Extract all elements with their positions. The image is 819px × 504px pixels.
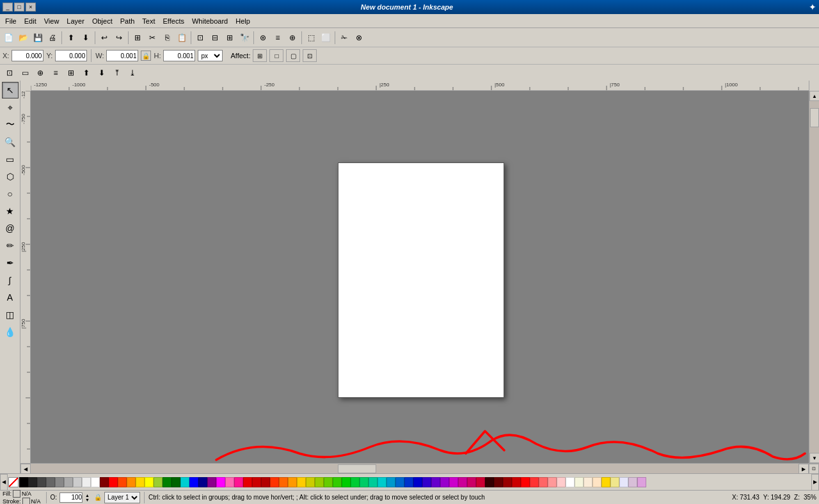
palette-swatch[interactable] (395, 477, 404, 487)
lower-bottom-button[interactable]: ⤓ (125, 66, 139, 80)
scroll-track-horizontal[interactable] (31, 464, 799, 473)
palette-swatch[interactable] (297, 477, 306, 487)
palette-swatch[interactable] (601, 477, 610, 487)
palette-swatch[interactable] (306, 477, 315, 487)
stroke-box[interactable] (22, 498, 30, 505)
raise-top-button[interactable]: ⤒ (110, 66, 124, 80)
fill-box[interactable] (13, 490, 20, 498)
opacity-spinners[interactable]: ▲ ▼ (85, 493, 91, 502)
opacity-up[interactable]: ▲ (85, 493, 91, 498)
palette-swatch[interactable] (136, 477, 145, 487)
selector-tool-button[interactable]: ↖ (2, 82, 19, 98)
snap-nodes[interactable]: ⊕ (33, 66, 47, 80)
minimize-button[interactable]: _ (3, 3, 13, 12)
palette-swatch[interactable] (28, 477, 37, 487)
palette-swatch[interactable] (386, 477, 395, 487)
star-tool-button[interactable]: ★ (2, 203, 19, 219)
ungroup-button[interactable]: ⬜ (319, 31, 333, 45)
palette-swatch[interactable] (413, 477, 422, 487)
affect-geometric[interactable]: ▢ (286, 49, 300, 62)
palette-swatch[interactable] (521, 477, 530, 487)
palette-swatch[interactable] (360, 477, 369, 487)
affect-move-only[interactable]: ⊡ (303, 49, 317, 62)
menu-view[interactable]: View (40, 16, 63, 26)
canvas-viewport[interactable] (31, 91, 809, 463)
palette-swatch[interactable] (592, 477, 601, 487)
palette-swatch[interactable] (342, 477, 351, 487)
palette-swatch[interactable] (566, 477, 575, 487)
affect-visual[interactable]: □ (269, 49, 283, 62)
palette-swatch[interactable] (207, 477, 216, 487)
menu-file[interactable]: File (1, 16, 20, 26)
palette-swatch[interactable] (485, 477, 494, 487)
palette-swatch[interactable] (46, 477, 55, 487)
palette-swatch[interactable] (619, 477, 628, 487)
palette-swatch[interactable] (270, 477, 279, 487)
ellipse-tool-button[interactable]: ○ (2, 185, 19, 202)
palette-swatch[interactable] (503, 477, 512, 487)
gradient-tool-button[interactable]: ◫ (2, 306, 19, 323)
snap-grid[interactable]: ⊞ (64, 66, 78, 80)
palette-swatch[interactable] (584, 477, 592, 487)
spiral-tool-button[interactable]: @ (2, 220, 19, 237)
menu-path[interactable]: Path (116, 16, 139, 26)
pencil-tool-button[interactable]: ✏ (2, 237, 19, 254)
text-tool-button[interactable]: A (2, 289, 19, 306)
palette-swatch[interactable] (288, 477, 297, 487)
dropper-tool-button[interactable]: 💧 (2, 324, 19, 340)
vertical-scrollbar[interactable]: ▲ ▼ (809, 91, 819, 463)
snap-button[interactable]: ⊡ (3, 66, 17, 80)
x-input[interactable] (12, 50, 44, 61)
palette-swatch[interactable] (64, 477, 73, 487)
cut-path-button[interactable]: ✁ (337, 31, 351, 45)
palette-swatch[interactable] (118, 477, 127, 487)
palette-swatch[interactable] (548, 477, 557, 487)
palette-swatch[interactable] (243, 477, 252, 487)
palette-swatch[interactable] (37, 477, 46, 487)
palette-swatch[interactable] (637, 477, 646, 487)
y-input[interactable] (55, 50, 87, 61)
palette-swatch[interactable] (324, 477, 333, 487)
scroll-down-button[interactable]: ▼ (809, 453, 819, 463)
palette-swatch[interactable] (55, 477, 64, 487)
close-button[interactable]: × (26, 3, 36, 12)
palette-swatch[interactable] (378, 477, 386, 487)
snap-guide[interactable]: ≡ (49, 66, 63, 80)
palette-swatch[interactable] (476, 477, 485, 487)
palette-swatch[interactable] (225, 477, 234, 487)
palette-scroll-left[interactable]: ◀ (0, 474, 8, 491)
menu-edit[interactable]: Edit (20, 16, 40, 26)
palette-swatch[interactable] (252, 477, 261, 487)
palette-swatch[interactable] (449, 477, 458, 487)
menu-whiteboard[interactable]: Whiteboard (188, 16, 232, 26)
palette-swatch[interactable] (73, 477, 82, 487)
palette-swatch[interactable] (109, 477, 118, 487)
scroll-right-button[interactable]: ▶ (799, 464, 809, 473)
menu-layer[interactable]: Layer (63, 16, 88, 26)
print-button[interactable]: 🖨 (45, 31, 60, 45)
palette-swatch[interactable] (539, 477, 548, 487)
undo-button[interactable]: ↩ (97, 31, 111, 45)
units-select[interactable]: px mm cm in (198, 50, 223, 61)
menu-text[interactable]: Text (138, 16, 159, 26)
pen-tool-button[interactable]: ✒ (2, 255, 19, 271)
menu-help[interactable]: Help (232, 16, 254, 26)
lock-aspect-button[interactable]: 🔒 (141, 51, 151, 61)
new-button[interactable]: 📄 (1, 31, 15, 45)
transform-button[interactable]: ⊛ (256, 31, 270, 45)
palette-swatch[interactable] (180, 477, 189, 487)
raise-button[interactable]: ⬆ (79, 66, 93, 80)
palette-swatch[interactable] (100, 477, 109, 487)
opacity-down[interactable]: ▼ (85, 498, 91, 502)
maximize-button[interactable]: □ (14, 3, 24, 12)
zoom-out[interactable]: 🔭 (237, 31, 251, 45)
palette-swatch[interactable] (440, 477, 449, 487)
palette-swatch[interactable] (610, 477, 619, 487)
palette-scroll-right[interactable]: ▶ (811, 474, 819, 491)
palette-swatch[interactable] (369, 477, 378, 487)
palette-swatch[interactable] (315, 477, 324, 487)
menu-object[interactable]: Object (88, 16, 116, 26)
import-button[interactable]: ⬆ (64, 31, 78, 45)
nodes-button[interactable]: ⊕ (285, 31, 299, 45)
palette-swatch[interactable] (422, 477, 431, 487)
